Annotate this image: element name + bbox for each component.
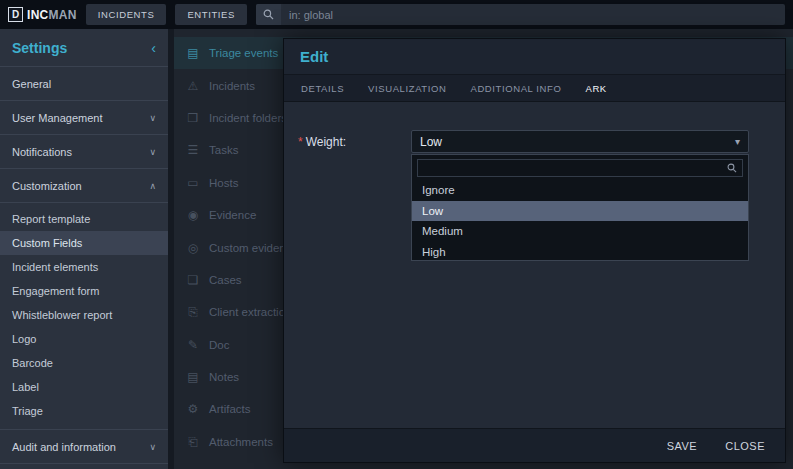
sidebar-item-user-management[interactable]: User Management ∨	[0, 101, 168, 135]
notes-icon: ▤	[186, 370, 200, 384]
chevron-down-icon: ∨	[149, 442, 156, 452]
logo-text: INCMAN	[27, 8, 77, 22]
weight-select-value: Low	[420, 135, 442, 149]
customization-submenu: Report template Custom Fields Incident e…	[0, 203, 168, 430]
dropdown-search[interactable]	[417, 159, 743, 177]
sidebar-item-label: General	[12, 78, 51, 90]
chevron-down-icon: ▾	[735, 136, 740, 147]
sidebar-item-triage[interactable]: Triage	[0, 399, 168, 423]
list-item-label: Doc	[209, 339, 229, 351]
tab-ark[interactable]: ARK	[585, 83, 606, 94]
list-item-label: Attachments	[209, 436, 273, 448]
list-item-label: Incidents	[209, 80, 255, 92]
tasks-icon: ☰	[186, 143, 200, 157]
close-button[interactable]: CLOSE	[725, 440, 765, 452]
incman-logo: D INCMAN	[8, 7, 77, 22]
doc-icon: ✎	[186, 338, 200, 352]
search-icon	[727, 163, 742, 173]
weight-select[interactable]: Low ▾	[411, 130, 749, 153]
search-input[interactable]	[281, 9, 785, 21]
list-item-label: Evidence	[209, 209, 256, 221]
sidebar-item-report-template[interactable]: Report template	[0, 207, 168, 231]
modal-header: Edit	[284, 39, 785, 75]
incidents-button[interactable]: INCIDENTS	[86, 4, 167, 25]
modal-footer: SAVE CLOSE	[284, 428, 785, 462]
sidebar-item-logo[interactable]: Logo	[0, 327, 168, 351]
sidebar-item-barcode[interactable]: Barcode	[0, 351, 168, 375]
weight-label-text: Weight:	[306, 135, 346, 149]
chevron-down-icon: ∨	[149, 113, 156, 123]
option-medium[interactable]: Medium	[412, 221, 748, 242]
topbar: D INCMAN INCIDENTS ENTITIES	[0, 0, 793, 29]
dropdown-search-input[interactable]	[418, 162, 727, 174]
sidebar-item-label[interactable]: Label	[0, 375, 168, 399]
sidebar-item-label: Customization	[12, 180, 82, 192]
list-item-label: Triage events	[209, 47, 278, 59]
sidebar-item-label: Notifications	[12, 146, 72, 158]
weight-dropdown: Ignore Low Medium High	[411, 154, 749, 261]
artifacts-icon: ⚙	[186, 402, 200, 416]
option-ignore[interactable]: Ignore	[412, 180, 748, 201]
cases-icon: ❏	[186, 273, 200, 287]
settings-header: Settings ‹	[0, 29, 168, 67]
sidebar-item-notifications[interactable]: Notifications ∨	[0, 135, 168, 169]
custom-evidence-icon: ◎	[186, 241, 200, 255]
settings-sidebar: Settings ‹ General User Management ∨ Not…	[0, 29, 168, 469]
modal-title: Edit	[300, 48, 328, 65]
list-item-label: Tasks	[209, 144, 238, 156]
option-low[interactable]: Low	[412, 201, 748, 222]
attachments-icon: ⎗	[186, 435, 200, 449]
tab-visualization[interactable]: VISUALIZATION	[368, 83, 446, 94]
logo-text-bold: INC	[27, 8, 49, 22]
sidebar-item-engagement-form[interactable]: Engagement form	[0, 279, 168, 303]
entities-button[interactable]: ENTITIES	[175, 4, 247, 25]
tab-details[interactable]: DETAILS	[301, 83, 344, 94]
edit-modal: Edit DETAILS VISUALIZATION ADDITIONAL IN…	[283, 38, 786, 463]
chevron-down-icon: ∨	[149, 147, 156, 157]
logo-text-light: MAN	[49, 8, 77, 22]
modal-body: *Weight: Low ▾ Ignore Low Medium High	[284, 102, 785, 428]
sidebar-item-label: User Management	[12, 112, 103, 124]
incidents-icon: ⚠	[186, 79, 200, 93]
global-search[interactable]	[256, 4, 785, 25]
extraction-icon: ⎘	[186, 305, 200, 319]
sidebar-item-customization[interactable]: Customization ∧	[0, 169, 168, 203]
save-button[interactable]: SAVE	[667, 440, 698, 452]
hosts-icon: ▭	[186, 176, 200, 190]
evidence-icon: ◉	[186, 208, 200, 222]
settings-title: Settings	[12, 40, 67, 56]
sidebar-collapse-icon[interactable]: ‹	[151, 40, 156, 56]
list-item-label: Cases	[209, 274, 242, 286]
sidebar-item-general[interactable]: General	[0, 67, 168, 101]
required-marker: *	[298, 135, 303, 149]
sidebar-item-incident-elements[interactable]: Incident elements	[0, 255, 168, 279]
list-item-label: Artifacts	[209, 403, 251, 415]
chevron-up-icon: ∧	[149, 181, 156, 191]
triage-events-icon: ▤	[186, 46, 200, 60]
modal-tab-bar: DETAILS VISUALIZATION ADDITIONAL INFO AR…	[284, 75, 785, 102]
tab-additional-info[interactable]: ADDITIONAL INFO	[470, 83, 561, 94]
folder-icon: ❒	[186, 111, 200, 125]
logo-mark-icon: D	[8, 7, 23, 22]
option-high[interactable]: High	[412, 242, 748, 263]
incman-app: D INCMAN INCIDENTS ENTITIES Settings ‹ G…	[0, 0, 793, 469]
sidebar-item-label: Audit and information	[12, 441, 116, 453]
list-item-label: Hosts	[209, 177, 238, 189]
list-item-label: Incident folders	[209, 112, 287, 124]
search-icon	[256, 4, 281, 25]
sidebar-item-audit-and-information[interactable]: Audit and information ∨	[0, 430, 168, 464]
weight-field-label: *Weight:	[298, 135, 346, 149]
sidebar-item-whistleblower-report[interactable]: Whistleblower report	[0, 303, 168, 327]
sidebar-item-custom-fields[interactable]: Custom Fields	[0, 231, 168, 255]
list-item-label: Notes	[209, 371, 239, 383]
